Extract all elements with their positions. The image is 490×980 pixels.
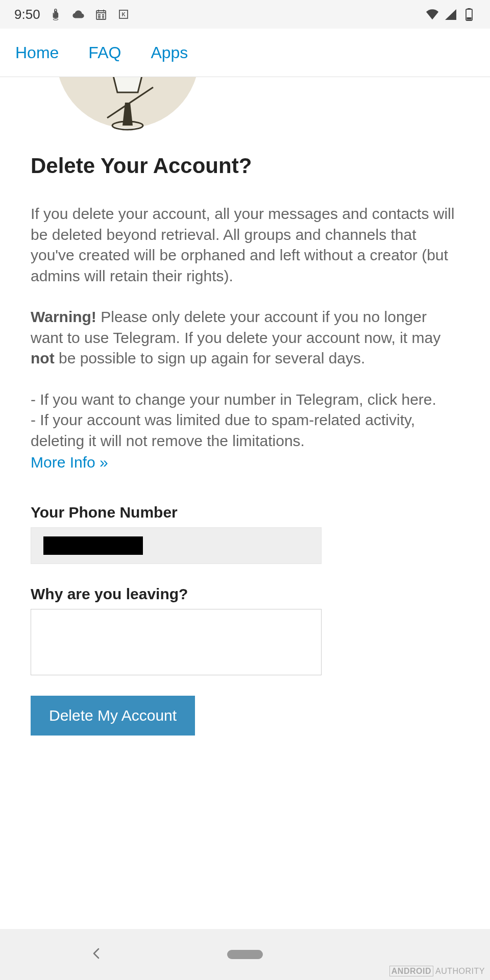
status-time: 9:50 bbox=[14, 7, 40, 22]
delete-account-button[interactable]: Delete My Account bbox=[31, 696, 195, 736]
reason-textarea[interactable] bbox=[31, 609, 322, 675]
reason-label: Why are you leaving? bbox=[31, 585, 459, 603]
cloud-icon bbox=[72, 8, 85, 21]
phone-label: Your Phone Number bbox=[31, 504, 459, 521]
battery-icon bbox=[462, 8, 476, 21]
warning-not: not bbox=[31, 350, 55, 366]
back-icon[interactable] bbox=[89, 946, 104, 963]
warning-text: Warning! Please only delete your account… bbox=[31, 307, 459, 369]
phone-input[interactable] bbox=[31, 527, 322, 564]
more-info-link[interactable]: More Info » bbox=[31, 452, 108, 473]
touch-icon bbox=[50, 8, 63, 21]
wifi-icon bbox=[426, 8, 439, 21]
page-title: Delete Your Account? bbox=[31, 154, 459, 178]
svg-text:K: K bbox=[121, 12, 126, 17]
watermark: ANDROID AUTHORITY bbox=[389, 967, 485, 976]
nav-link-home[interactable]: Home bbox=[15, 43, 59, 62]
app-icon: K bbox=[117, 8, 130, 21]
status-left: 9:50 K bbox=[14, 7, 130, 22]
change-number-link[interactable]: click here bbox=[368, 391, 432, 408]
telegram-logo-icon bbox=[56, 77, 199, 128]
bullet-item-change-number: - If you want to change your number in T… bbox=[31, 389, 459, 410]
delete-form: Your Phone Number Why are you leaving? D… bbox=[31, 504, 459, 736]
watermark-brand: ANDROID bbox=[389, 966, 433, 976]
bullet-1-text-b: . bbox=[432, 391, 436, 408]
system-nav-bar: ANDROID AUTHORITY bbox=[0, 929, 490, 980]
bullet-2-not: not bbox=[126, 432, 148, 449]
bullet-item-spam-limit: - If your account was limited due to spa… bbox=[31, 410, 459, 451]
bullet-2-text-b: remove the limitations. bbox=[147, 432, 304, 449]
status-bar: 9:50 K bbox=[0, 0, 490, 29]
signal-icon bbox=[444, 8, 457, 21]
bullet-1-text-a: - If you want to change your number in T… bbox=[31, 391, 368, 408]
nav-bar: Home FAQ Apps bbox=[0, 29, 490, 77]
status-right bbox=[426, 8, 476, 21]
main-content: Delete Your Account? If you delete your … bbox=[0, 77, 490, 736]
svg-rect-6 bbox=[467, 17, 472, 20]
watermark-suffix: AUTHORITY bbox=[435, 967, 485, 975]
nav-link-faq[interactable]: FAQ bbox=[88, 43, 121, 62]
bullet-list: - If you want to change your number in T… bbox=[31, 389, 459, 473]
phone-value-redacted bbox=[43, 536, 143, 555]
calendar-icon bbox=[94, 8, 108, 21]
svg-point-0 bbox=[53, 19, 58, 20]
logo-area bbox=[31, 77, 459, 143]
delete-info-text: If you delete your account, all your mes… bbox=[31, 204, 459, 286]
warning-label: Warning! bbox=[31, 308, 96, 325]
svg-rect-5 bbox=[468, 8, 471, 10]
warning-text-b: be possible to sign up again for several… bbox=[55, 350, 365, 366]
svg-rect-1 bbox=[96, 11, 106, 19]
home-indicator[interactable] bbox=[227, 950, 263, 959]
nav-link-apps[interactable]: Apps bbox=[151, 43, 188, 62]
